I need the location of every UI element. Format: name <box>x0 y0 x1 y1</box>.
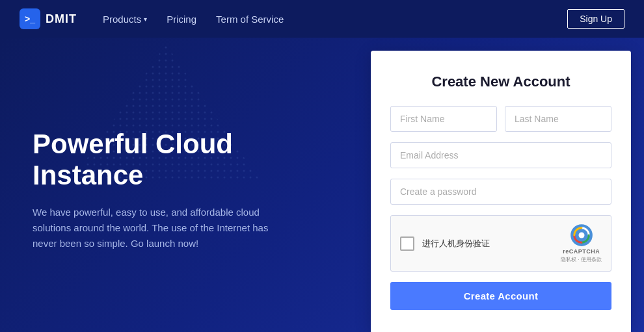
email-input[interactable] <box>390 142 611 168</box>
recaptcha-logo-icon <box>570 223 593 247</box>
nav-products-label: Products <box>103 14 141 25</box>
nav-products[interactable]: Products ▾ <box>103 14 147 25</box>
nav-tos-label: Term of Service <box>216 14 284 25</box>
chevron-down-icon: ▾ <box>144 16 147 23</box>
main-area: Powerful Cloud Instance We have powerful… <box>0 38 644 332</box>
recaptcha-right: reCAPTCHA 隐私权 · 使用条款 <box>561 223 602 263</box>
name-row <box>390 106 611 132</box>
recaptcha-left: 进行人机身份验证 <box>400 236 490 251</box>
recaptcha-text: 进行人机身份验证 <box>422 238 490 249</box>
nav-pricing[interactable]: Pricing <box>167 14 196 25</box>
hero-description: We have powerful, easy to use, and affor… <box>33 205 280 251</box>
create-account-button[interactable]: Create Account <box>390 282 611 310</box>
logo[interactable]: >_ DMIT <box>20 8 77 29</box>
logo-text: DMIT <box>46 12 77 26</box>
navbar: >_ DMIT Products ▾ Pricing Term of Servi… <box>0 0 644 38</box>
hero-title: Powerful Cloud Instance <box>33 129 345 192</box>
sign-up-button[interactable]: Sign Up <box>567 9 624 29</box>
logo-icon: >_ <box>20 8 40 29</box>
registration-form: Create New Account 进行人机身份验证 <box>371 51 631 332</box>
nav-pricing-label: Pricing <box>167 14 196 25</box>
password-input[interactable] <box>390 179 611 205</box>
first-name-input[interactable] <box>390 106 497 132</box>
nav-links: Products ▾ Pricing Term of Service <box>103 14 567 25</box>
hero-section: Powerful Cloud Instance We have powerful… <box>0 38 371 332</box>
recaptcha-label: reCAPTCHA <box>563 248 600 255</box>
recaptcha-widget: 进行人机身份验证 reCAPTCHA 隐私权 · 使用条款 <box>390 215 611 272</box>
form-title: Create New Account <box>390 73 611 90</box>
nav-tos[interactable]: Term of Service <box>216 14 284 25</box>
recaptcha-links: 隐私权 · 使用条款 <box>561 256 602 263</box>
svg-point-4 <box>578 233 584 238</box>
last-name-input[interactable] <box>505 106 611 132</box>
recaptcha-checkbox[interactable] <box>400 236 414 251</box>
